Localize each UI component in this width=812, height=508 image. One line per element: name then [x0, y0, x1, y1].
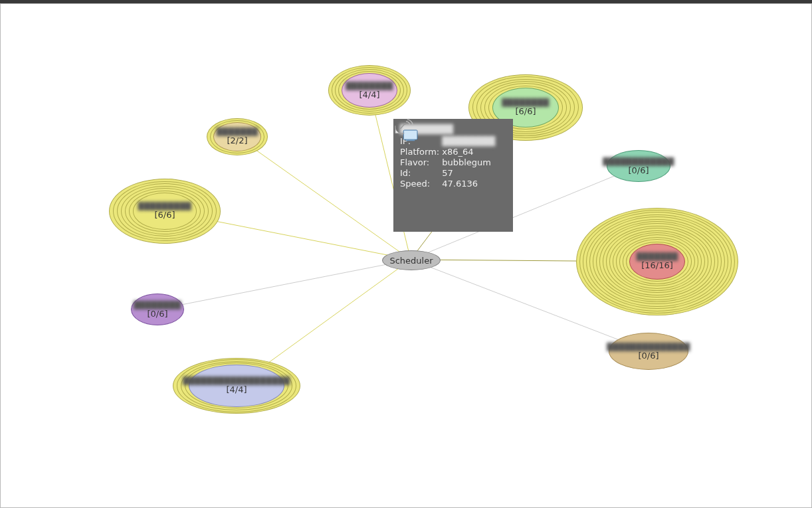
- node-core[interactable]: ██████████████[0/6]: [609, 333, 688, 370]
- node-slot-count: [4/4]: [359, 90, 379, 100]
- node-core[interactable]: ██████████████████[4/4]: [189, 365, 284, 407]
- node-core[interactable]: █████████[6/6]: [133, 193, 197, 230]
- tooltip-value: x86_64: [442, 147, 498, 157]
- scheduler-label: Scheduler: [389, 256, 433, 266]
- worker-node[interactable]: ██████████████████[4/4]: [173, 358, 300, 414]
- node-slot-count: [4/4]: [226, 384, 247, 394]
- node-hostname: ████████: [134, 301, 181, 309]
- node-hostname: ███████: [217, 127, 258, 136]
- tooltip-row: Speed:47.6136: [400, 179, 498, 189]
- node-core[interactable]: ████████[4/4]: [342, 73, 397, 108]
- tooltip-key: Flavor:: [400, 157, 442, 168]
- tooltip-row: Platform:x86_64: [400, 147, 498, 157]
- canvas-frame: ████████[4/4]████████[6/6]███████[2/2]██…: [0, 3, 812, 508]
- node-hostname: █████████: [138, 202, 192, 211]
- node-slot-count: [16/16]: [641, 260, 673, 270]
- node-hostname: ██████████████: [607, 343, 690, 351]
- node-core[interactable]: ███████[2/2]: [213, 122, 261, 151]
- node-tooltip: ████████ IP:████████Platform:x86_64Flavo…: [393, 119, 513, 232]
- satellite-monitor-icon: [393, 119, 419, 141]
- svg-point-3: [404, 123, 406, 125]
- tooltip-row: Id:57: [400, 168, 498, 179]
- node-hostname: ███████: [637, 252, 678, 261]
- node-hostname: ████████████: [603, 157, 674, 166]
- node-slot-count: [6/6]: [515, 106, 536, 116]
- svg-rect-1: [406, 139, 415, 141]
- node-hostname: ████████: [346, 82, 393, 90]
- scheduler-node[interactable]: Scheduler: [382, 250, 441, 270]
- edge: [157, 260, 411, 309]
- tooltip-table: IP:████████Platform:x86_64Flavor:bubbleg…: [400, 136, 498, 189]
- tooltip-value: 57: [442, 168, 498, 179]
- worker-node[interactable]: ███████[2/2]: [207, 118, 268, 155]
- node-core[interactable]: ████████[0/6]: [131, 294, 184, 325]
- node-slot-count: [2/2]: [227, 135, 247, 145]
- worker-node[interactable]: ████████[0/6]: [131, 294, 184, 325]
- node-slot-count: [6/6]: [154, 210, 175, 220]
- node-core[interactable]: ███████[16/16]: [629, 244, 685, 280]
- tooltip-key: Id:: [400, 168, 442, 179]
- tooltip-row: Flavor:bubblegum: [400, 157, 498, 168]
- node-slot-count: [0/6]: [628, 165, 649, 175]
- worker-node[interactable]: ████████████[0/6]: [607, 150, 670, 182]
- svg-rect-0: [403, 130, 417, 139]
- worker-node[interactable]: ██████████████[0/6]: [609, 333, 688, 370]
- node-hostname: ██████████████████: [183, 377, 290, 385]
- tooltip-value: 47.6136: [442, 179, 498, 189]
- worker-node[interactable]: ████████[4/4]: [328, 65, 411, 116]
- node-core[interactable]: ████████████[0/6]: [607, 150, 670, 182]
- node-hostname: ████████: [502, 98, 550, 107]
- tooltip-value: bubblegum: [442, 157, 498, 168]
- tooltip-value: ████████: [442, 136, 498, 147]
- worker-node[interactable]: ███████[16/16]: [576, 208, 738, 316]
- tooltip-key: Speed:: [400, 179, 442, 189]
- node-slot-count: [0/6]: [147, 309, 167, 319]
- worker-node[interactable]: █████████[6/6]: [109, 179, 221, 244]
- node-slot-count: [0/6]: [638, 351, 659, 361]
- tooltip-key: Platform:: [400, 147, 442, 157]
